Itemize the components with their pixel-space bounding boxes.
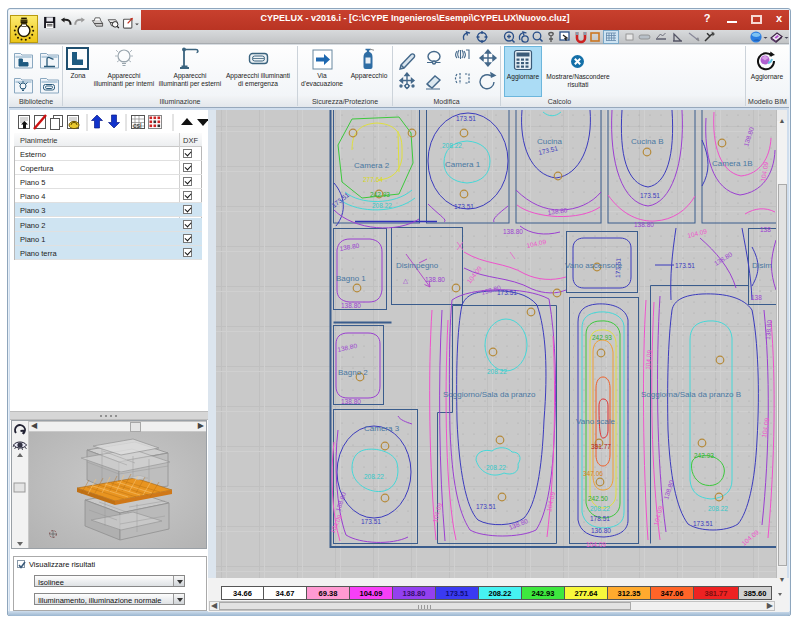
svg-text:277.64: 277.64 [363, 176, 383, 183]
svg-text:Bagno 2: Bagno 2 [338, 368, 368, 377]
svg-text:138.80: 138.80 [503, 228, 523, 235]
svg-text:173.51: 173.51 [614, 258, 622, 278]
svg-text:173.51: 173.51 [361, 518, 381, 525]
svg-text:Soggiorno/Sala da pranzo: Soggiorno/Sala da pranzo [443, 390, 536, 399]
svg-text:208.22: 208.22 [372, 202, 392, 209]
svg-text:173.51: 173.51 [693, 520, 713, 527]
svg-text:Disim: Disim [752, 261, 772, 270]
svg-text:Soggiorna/Sala da pranzo B: Soggiorna/Sala da pranzo B [641, 390, 741, 399]
svg-text:208.22: 208.22 [364, 473, 384, 480]
svg-text:Bagno 1: Bagno 1 [336, 274, 366, 283]
svg-text:242.93: 242.93 [694, 452, 714, 459]
svg-text:Cucina: Cucina [537, 137, 562, 146]
svg-text:173.51: 173.51 [640, 192, 660, 199]
svg-text:173.51: 173.51 [497, 289, 517, 296]
svg-text:Cucina B: Cucina B [631, 137, 663, 146]
svg-text:173.51: 173.51 [454, 203, 474, 210]
svg-text:138.80: 138.80 [425, 276, 445, 283]
svg-text:Camera 1: Camera 1 [445, 160, 481, 169]
svg-text:208.22: 208.22 [590, 505, 610, 512]
svg-text:347.06: 347.06 [583, 470, 603, 477]
svg-text:csl: csl [133, 122, 142, 129]
svg-text:Camera 2: Camera 2 [354, 161, 390, 170]
svg-text:Vano scale: Vano scale [576, 417, 616, 426]
svg-text:136.80: 136.80 [591, 527, 611, 534]
svg-text:173.51: 173.51 [675, 262, 695, 269]
svg-text:242.93: 242.93 [592, 334, 612, 341]
svg-text:104.09: 104.09 [586, 541, 606, 548]
svg-text:138.80: 138.80 [341, 398, 361, 405]
svg-text:208.22: 208.22 [442, 142, 462, 149]
svg-text:381.77: 381.77 [591, 443, 611, 450]
svg-text:138: 138 [760, 226, 771, 233]
svg-text:242.50: 242.50 [588, 495, 608, 502]
svg-text:173.51: 173.51 [476, 503, 496, 510]
svg-text:208.22: 208.22 [486, 464, 506, 471]
svg-text:242.93: 242.93 [370, 191, 390, 198]
svg-text:Disimpegno: Disimpegno [396, 261, 439, 270]
svg-text:178.51: 178.51 [590, 515, 610, 522]
svg-text:208.22: 208.22 [487, 368, 507, 375]
svg-text:138.80: 138.80 [634, 221, 654, 228]
svg-text:Camera 1B: Camera 1B [712, 159, 752, 168]
svg-text:△: △ [403, 277, 408, 284]
svg-text:Camera 3: Camera 3 [364, 424, 400, 433]
svg-text:208.22: 208.22 [708, 505, 728, 512]
svg-text:173.51: 173.51 [456, 115, 476, 122]
svg-text:138: 138 [751, 294, 762, 301]
svg-text:138.80: 138.80 [341, 302, 361, 309]
